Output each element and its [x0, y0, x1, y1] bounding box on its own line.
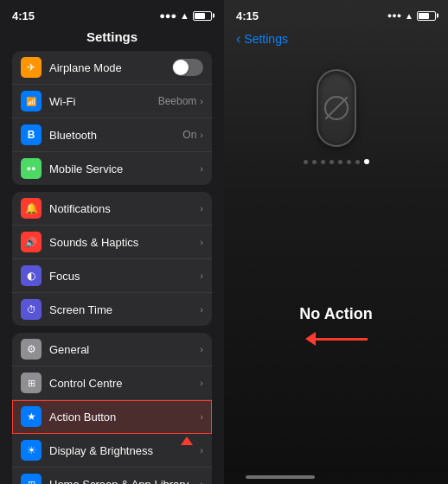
dot-7 — [355, 160, 360, 164]
screen-time-chevron: › — [200, 304, 203, 315]
dot-2 — [312, 160, 317, 164]
no-action-circle-icon — [324, 96, 349, 120]
action-button-label: Action Button — [49, 411, 200, 424]
sounds-haptics-label: Sounds & Haptics — [49, 236, 200, 249]
sounds-haptics-icon: 🔊 — [21, 232, 42, 252]
row-focus[interactable]: ◐ Focus › — [12, 259, 212, 293]
back-arrow-icon: ‹ — [236, 31, 240, 47]
section-connectivity: ✈ Airplane Mode 📶 Wi-Fi Beebom › — [12, 51, 212, 185]
dots-indicator — [304, 159, 369, 164]
action-button-pill — [317, 69, 356, 147]
no-action-label: No Action — [299, 305, 372, 323]
status-bar-right: 4:15 ●●● ▲ — [224, 0, 448, 28]
focus-chevron: › — [200, 271, 203, 281]
control-centre-label: Control Centre — [49, 377, 200, 390]
display-brightness-chevron: › — [200, 445, 203, 455]
bluetooth-chevron: › — [200, 130, 203, 140]
row-notifications[interactable]: 🔔 Notifications › — [12, 192, 212, 226]
back-nav[interactable]: ‹ Settings — [224, 28, 448, 52]
dot-5 — [338, 160, 342, 164]
bluetooth-icon: B — [21, 124, 42, 145]
no-action-section: No Action — [224, 305, 448, 346]
home-indicator-right — [246, 475, 315, 479]
status-icons-right: ●●● ▲ — [387, 11, 436, 21]
wifi-icon-right: ▲ — [405, 11, 413, 21]
section-system: 🔔 Notifications › 🔊 Sounds & Haptics › ◐ — [12, 192, 212, 326]
signal-icon: ●●● — [159, 10, 176, 21]
status-bar-left: 4:15 ●●● ▲ — [0, 0, 224, 28]
mobile-service-label: Mobile Service — [49, 162, 200, 175]
mobile-service-icon: ●● — [21, 158, 42, 179]
wifi-icon-left: ▲ — [180, 10, 189, 21]
red-arrow-indicator — [305, 332, 368, 346]
airplane-mode-toggle[interactable] — [172, 59, 203, 76]
section-group-system: 🔔 Notifications › 🔊 Sounds & Haptics › ◐ — [12, 192, 212, 326]
dot-6 — [347, 160, 351, 164]
wifi-value: Beebom — [158, 95, 197, 107]
sounds-haptics-chevron: › — [200, 237, 203, 247]
status-time-left: 4:15 — [12, 10, 35, 22]
notifications-icon: 🔔 — [21, 198, 42, 219]
home-screen-icon: ⊞ — [21, 474, 42, 484]
action-button-panel: 4:15 ●●● ▲ ‹ Settings No Action — [224, 0, 448, 484]
red-line — [316, 338, 368, 341]
display-brightness-label: Display & Brightness — [49, 444, 200, 457]
back-label: Settings — [244, 32, 288, 46]
dot-3 — [321, 160, 325, 164]
notifications-chevron: › — [200, 203, 203, 213]
row-wifi[interactable]: 📶 Wi-Fi Beebom › — [12, 85, 212, 118]
section-group-device: ⚙ General › ⊞ Control Centre › ★ — [12, 333, 212, 484]
general-label: General — [49, 343, 200, 356]
action-button-chevron: › — [200, 411, 203, 422]
wifi-chevron: › — [200, 96, 203, 106]
row-action-button[interactable]: ★ Action Button › — [12, 400, 212, 434]
general-icon: ⚙ — [21, 339, 42, 360]
row-home-screen[interactable]: ⊞ Home Screen & App Library › — [12, 468, 212, 484]
status-icons-left: ●●● ▲ — [159, 10, 212, 21]
bluetooth-value: On — [182, 129, 196, 141]
arrow-annotation — [181, 436, 193, 445]
phone-side-visual — [304, 69, 369, 164]
row-screen-time[interactable]: ⏱ Screen Time › — [12, 293, 212, 326]
home-screen-chevron: › — [200, 479, 203, 484]
row-airplane-mode[interactable]: ✈ Airplane Mode — [12, 51, 212, 85]
wifi-icon: 📶 — [21, 91, 42, 111]
red-arrow-left-icon — [305, 332, 316, 346]
battery-icon-right — [417, 11, 436, 21]
status-time-right: 4:15 — [236, 10, 259, 22]
section-device: ⚙ General › ⊞ Control Centre › ★ — [12, 333, 212, 484]
display-brightness-icon: ☀ — [21, 440, 42, 461]
row-sounds-haptics[interactable]: 🔊 Sounds & Haptics › — [12, 226, 212, 259]
settings-list: ✈ Airplane Mode 📶 Wi-Fi Beebom › — [0, 51, 224, 484]
control-centre-chevron: › — [200, 378, 203, 388]
bluetooth-label: Bluetooth — [49, 129, 182, 142]
battery-icon-left — [193, 11, 212, 21]
action-button-icon: ★ — [21, 406, 42, 427]
focus-label: Focus — [49, 270, 200, 283]
dot-1 — [304, 160, 308, 164]
notifications-label: Notifications — [49, 202, 200, 215]
mobile-service-chevron: › — [200, 163, 203, 174]
home-screen-label: Home Screen & App Library — [49, 478, 200, 485]
screen-time-label: Screen Time — [49, 303, 200, 316]
signal-icon-right: ●●● — [387, 11, 401, 20]
row-mobile-service[interactable]: ●● Mobile Service › — [12, 152, 212, 185]
row-control-centre[interactable]: ⊞ Control Centre › — [12, 366, 212, 400]
page-title: Settings — [0, 28, 224, 51]
airplane-mode-icon: ✈ — [21, 57, 42, 78]
dot-8-active — [364, 159, 369, 164]
settings-panel: 4:15 ●●● ▲ Settings ✈ Airplane Mode — [0, 0, 224, 484]
control-centre-icon: ⊞ — [21, 373, 42, 393]
airplane-mode-label: Airplane Mode — [49, 61, 172, 74]
screen-time-icon: ⏱ — [21, 299, 42, 320]
focus-icon: ◐ — [21, 265, 42, 286]
row-bluetooth[interactable]: B Bluetooth On › — [12, 118, 212, 152]
section-group-connectivity: ✈ Airplane Mode 📶 Wi-Fi Beebom › — [12, 51, 212, 185]
row-general[interactable]: ⚙ General › — [12, 333, 212, 366]
dot-4 — [330, 160, 334, 164]
general-chevron: › — [200, 344, 203, 354]
wifi-label: Wi-Fi — [49, 95, 158, 108]
